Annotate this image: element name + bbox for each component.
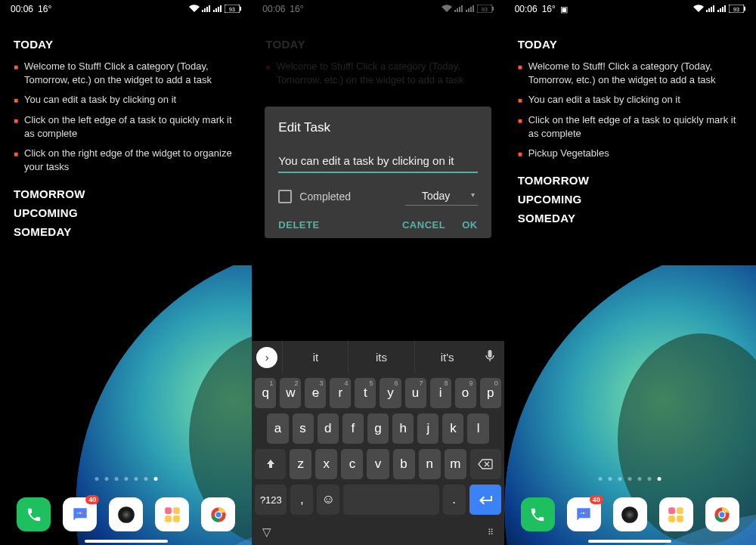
task-item[interactable]: ■You can edit a task by clicking on it <box>518 90 742 110</box>
task-item[interactable]: ■You can edit a task by clicking on it <box>14 90 238 110</box>
enter-key[interactable] <box>469 485 501 515</box>
signal-icon <box>202 5 211 14</box>
key-e[interactable]: e3 <box>305 378 326 408</box>
home-indicator[interactable] <box>588 540 671 543</box>
svg-rect-40 <box>706 10 708 12</box>
key-d[interactable]: d <box>318 413 339 444</box>
task-item[interactable]: ■Pickup Vegetables <box>518 144 742 163</box>
bullet-icon: ■ <box>518 95 522 107</box>
key-x[interactable]: x <box>315 449 337 479</box>
keyboard-switch-icon[interactable]: ⠿ <box>488 528 494 537</box>
key-u[interactable]: u7 <box>405 378 426 408</box>
backspace-key[interactable] <box>470 449 501 479</box>
dock: 40 <box>504 497 756 531</box>
hide-keyboard-icon[interactable]: ▽ <box>262 525 271 539</box>
suggestion[interactable]: its <box>348 341 414 373</box>
dock: 40 <box>0 497 252 531</box>
category-tomorrow[interactable]: TOMORROW <box>518 174 742 187</box>
camera-app-icon[interactable] <box>613 497 647 531</box>
key-k[interactable]: k <box>442 413 463 444</box>
bullet-icon: ■ <box>518 116 522 141</box>
task-item[interactable]: ■Welcome to Stuff! Click a category (Tod… <box>518 57 742 90</box>
key-g[interactable]: g <box>367 413 389 444</box>
task-item[interactable]: ■Click on the left edge of a task to qui… <box>518 110 742 144</box>
key-b[interactable]: b <box>393 449 415 479</box>
svg-rect-3 <box>209 5 210 12</box>
messages-app-icon[interactable]: 40 <box>63 497 97 531</box>
svg-rect-49 <box>744 7 745 11</box>
svg-rect-7 <box>220 5 222 12</box>
bullet-icon: ■ <box>518 62 522 87</box>
shift-key[interactable] <box>255 449 286 479</box>
key-z[interactable]: z <box>290 449 311 479</box>
chrome-app-icon[interactable] <box>705 497 739 531</box>
mic-icon[interactable] <box>480 349 500 365</box>
task-text-input[interactable]: You can edit a task by clicking on it <box>278 150 477 173</box>
bullet-icon: ■ <box>14 116 18 141</box>
category-select[interactable]: Today <box>405 187 478 206</box>
key-j[interactable]: j <box>417 413 438 444</box>
keyboard: › it its it's q1w2e3r4t5y6u7i8o9p0 asdfg… <box>252 341 503 545</box>
key-w[interactable]: w2 <box>280 378 301 408</box>
key-f[interactable]: f <box>342 413 364 444</box>
svg-rect-43 <box>713 5 714 12</box>
key-l[interactable]: l <box>467 413 488 444</box>
comma-key[interactable]: , <box>290 485 313 515</box>
task-item[interactable]: ■Click on the left edge of a task to qui… <box>14 110 238 144</box>
category-someday[interactable]: SOMEDAY <box>14 225 238 238</box>
key-y[interactable]: y6 <box>380 378 401 408</box>
category-upcoming[interactable]: UPCOMING <box>518 193 742 206</box>
suggestion[interactable]: it <box>282 341 348 373</box>
svg-rect-41 <box>708 8 710 12</box>
symbols-key[interactable]: ?123 <box>255 485 287 515</box>
svg-rect-20 <box>173 507 180 514</box>
key-v[interactable]: v <box>367 449 389 479</box>
phone-app-icon[interactable] <box>17 497 51 531</box>
key-i[interactable]: i8 <box>430 378 451 408</box>
key-a[interactable]: a <box>267 413 288 444</box>
period-key[interactable]: . <box>443 485 466 515</box>
key-h[interactable]: h <box>392 413 414 444</box>
status-bar: 00:06 16° ▣ 93 <box>504 0 756 18</box>
messages-app-icon[interactable]: 40 <box>567 497 601 531</box>
category-today[interactable]: TODAY <box>14 38 238 51</box>
category-upcoming[interactable]: UPCOMING <box>14 206 238 219</box>
svg-rect-42 <box>711 7 712 12</box>
suggestion-bar: › it its it's <box>252 341 503 373</box>
task-widget[interactable]: TODAY ■Welcome to Stuff! Click a categor… <box>504 18 756 225</box>
delete-button[interactable]: DELETE <box>278 219 319 231</box>
cancel-button[interactable]: CANCEL <box>402 219 445 231</box>
key-o[interactable]: o9 <box>455 378 476 408</box>
task-widget[interactable]: TODAY ■Welcome to Stuff! Click a categor… <box>0 18 252 238</box>
key-c[interactable]: c <box>341 449 363 479</box>
emoji-key[interactable]: ☺ <box>317 485 339 515</box>
space-key[interactable] <box>343 485 438 515</box>
svg-rect-4 <box>213 10 215 12</box>
key-m[interactable]: m <box>445 449 466 479</box>
apps-grid-icon[interactable] <box>155 497 189 531</box>
phone-app-icon[interactable] <box>521 497 555 531</box>
expand-suggestions-icon[interactable]: › <box>256 347 277 368</box>
task-item[interactable]: ■Welcome to Stuff! Click a category (Tod… <box>14 57 238 90</box>
category-today[interactable]: TODAY <box>518 38 742 51</box>
ok-button[interactable]: OK <box>462 219 478 231</box>
status-temp: 16° <box>542 4 556 14</box>
category-someday[interactable]: SOMEDAY <box>518 212 742 225</box>
svg-rect-9 <box>240 7 241 11</box>
home-indicator[interactable] <box>85 540 168 543</box>
svg-point-14 <box>79 512 81 514</box>
key-s[interactable]: s <box>293 413 314 444</box>
task-item[interactable]: ■Click on the right edge of the widget t… <box>14 144 238 177</box>
completed-checkbox[interactable] <box>278 190 292 203</box>
apps-grid-icon[interactable] <box>659 497 693 531</box>
key-q[interactable]: q1 <box>255 378 276 408</box>
camera-app-icon[interactable] <box>109 497 143 531</box>
key-r[interactable]: r4 <box>330 378 351 408</box>
key-t[interactable]: t5 <box>355 378 376 408</box>
category-tomorrow[interactable]: TOMORROW <box>14 187 238 200</box>
chrome-app-icon[interactable] <box>201 497 235 531</box>
suggestion[interactable]: it's <box>414 341 480 373</box>
key-p[interactable]: p0 <box>480 378 501 408</box>
key-n[interactable]: n <box>419 449 441 479</box>
instagram-icon: ▣ <box>560 5 568 14</box>
